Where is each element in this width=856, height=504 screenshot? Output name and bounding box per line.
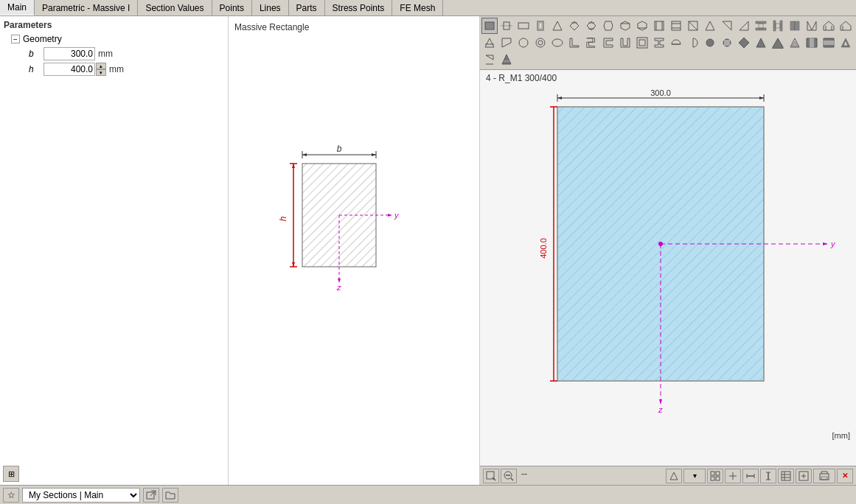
icon-c-shape[interactable] xyxy=(600,35,616,51)
icon-shape-10[interactable] xyxy=(634,18,650,34)
measure-button-2[interactable] xyxy=(760,469,776,483)
icon-shape-5[interactable] xyxy=(549,18,566,34)
params-area: Parameters − Geometry b mm h ▴ ▾ xyxy=(0,16,228,463)
icon-shape-4[interactable] xyxy=(532,18,549,34)
icon-shape-14[interactable] xyxy=(702,18,718,34)
icon-circle-hollow[interactable] xyxy=(532,35,549,51)
icon-u-shape[interactable] xyxy=(617,35,633,51)
icon-half-circle[interactable] xyxy=(685,35,701,51)
icon-shape-44[interactable] xyxy=(481,52,498,68)
dropdown-view[interactable]: ▾ xyxy=(683,469,706,483)
svg-marker-92 xyxy=(502,55,511,64)
icon-l-shape[interactable] xyxy=(566,35,582,51)
svg-marker-12 xyxy=(292,262,295,267)
close-button[interactable]: ✕ xyxy=(837,469,853,483)
param-h-spinner: ▴ ▾ xyxy=(96,63,106,76)
spin-up-button[interactable]: ▴ xyxy=(96,63,106,69)
tab-main[interactable]: Main xyxy=(0,0,35,15)
tab-bar: Main Parametric - Massive I Section Valu… xyxy=(0,0,856,16)
collapse-button[interactable]: − xyxy=(11,35,20,43)
icon-shape-2[interactable] xyxy=(498,18,515,34)
svg-rect-50 xyxy=(759,24,763,28)
svg-rect-123 xyxy=(711,477,714,480)
svg-rect-124 xyxy=(716,477,720,480)
icon-shape-20[interactable] xyxy=(804,18,820,34)
icon-shape-37[interactable] xyxy=(736,35,752,51)
param-row-b: b mm xyxy=(29,47,224,60)
zoom-out-button[interactable] xyxy=(501,469,517,483)
svg-marker-71 xyxy=(604,38,613,47)
tab-parametric[interactable]: Parametric - Massive I xyxy=(35,0,138,15)
icon-i-shape[interactable] xyxy=(651,35,667,51)
svg-rect-53 xyxy=(776,24,780,28)
icon-shape-23[interactable] xyxy=(481,35,498,51)
folder-button[interactable] xyxy=(162,488,178,503)
icon-shape-9[interactable] xyxy=(617,18,633,34)
icon-shape-41[interactable] xyxy=(804,35,820,51)
icon-shape-39[interactable] xyxy=(770,35,786,51)
view-button-1[interactable] xyxy=(666,469,682,483)
svg-marker-46 xyxy=(723,21,731,30)
tab-parts[interactable]: Parts xyxy=(289,0,325,15)
grid-button[interactable] xyxy=(707,469,723,483)
icon-oval[interactable] xyxy=(549,35,566,51)
param-b-input[interactable] xyxy=(44,47,95,60)
icon-shape-6[interactable] xyxy=(566,18,582,34)
icon-shape-7[interactable] xyxy=(583,18,599,34)
measure-button[interactable] xyxy=(742,469,759,483)
icon-shape-17[interactable] xyxy=(753,18,769,34)
tab-stress-points[interactable]: Stress Points xyxy=(325,0,393,15)
icon-shape-8[interactable] xyxy=(600,18,616,34)
add-section-button[interactable]: ☆ xyxy=(3,488,19,503)
spin-down-button[interactable]: ▾ xyxy=(96,69,106,76)
center-panel: Massive Rectangle b h xyxy=(229,16,480,485)
icon-shape-45[interactable] xyxy=(498,52,515,68)
icon-shape-24[interactable] xyxy=(498,35,515,51)
geometry-group: − Geometry b mm h ▴ ▾ mm xyxy=(11,34,224,76)
new-window-button[interactable] xyxy=(143,488,159,503)
svg-point-112 xyxy=(658,242,663,246)
icon-z-shape[interactable] xyxy=(583,35,599,51)
tab-lines[interactable]: Lines xyxy=(252,0,289,15)
icon-circle-black[interactable] xyxy=(702,35,718,51)
axis-button[interactable] xyxy=(725,469,741,483)
icon-shape-11[interactable] xyxy=(651,18,667,34)
table-button[interactable] xyxy=(778,469,794,483)
icon-shape-38[interactable] xyxy=(753,35,769,51)
icon-shape-43[interactable] xyxy=(838,35,854,51)
tab-section-values[interactable]: Section Values xyxy=(138,0,212,15)
icon-shape-18[interactable] xyxy=(770,18,786,34)
zoom-extent-button[interactable] xyxy=(483,469,499,483)
icon-shape-13[interactable] xyxy=(685,18,701,34)
icon-shape-16[interactable] xyxy=(736,18,752,34)
param-h-input[interactable] xyxy=(44,63,95,76)
tab-fe-mesh[interactable]: FE Mesh xyxy=(392,0,443,15)
icon-shape-15[interactable] xyxy=(719,18,735,34)
icon-semicircle[interactable] xyxy=(668,35,684,51)
icon-shape-42[interactable] xyxy=(821,35,837,51)
icon-shape-12[interactable] xyxy=(668,18,684,34)
svg-text:z: z xyxy=(658,405,663,414)
status-left: ☆ My Sections | Main xyxy=(0,488,181,503)
icon-shape-21[interactable] xyxy=(821,18,837,34)
icon-shape-22[interactable] xyxy=(838,18,854,34)
section-dropdown[interactable]: My Sections | Main xyxy=(22,488,140,503)
print-dropdown[interactable] xyxy=(813,469,835,483)
icon-box-shape[interactable] xyxy=(634,35,650,51)
svg-marker-62 xyxy=(485,38,494,47)
svg-rect-55 xyxy=(795,21,799,30)
right-status-bar: -- ▾ xyxy=(480,466,856,485)
icon-rect-solid[interactable] xyxy=(481,18,498,34)
svg-rect-25 xyxy=(539,23,542,29)
icon-shape-36[interactable] xyxy=(719,35,735,51)
icon-shape-19[interactable] xyxy=(787,18,803,34)
section-icon-button[interactable]: ⊞ xyxy=(3,466,19,482)
svg-marker-64 xyxy=(502,38,511,47)
export-button[interactable] xyxy=(796,469,812,483)
icon-circle[interactable] xyxy=(515,35,532,51)
icon-shape-3[interactable] xyxy=(515,18,532,34)
svg-marker-33 xyxy=(621,21,630,30)
tab-points[interactable]: Points xyxy=(212,0,252,15)
icon-shape-40[interactable] xyxy=(787,35,803,51)
svg-marker-47 xyxy=(740,21,748,30)
